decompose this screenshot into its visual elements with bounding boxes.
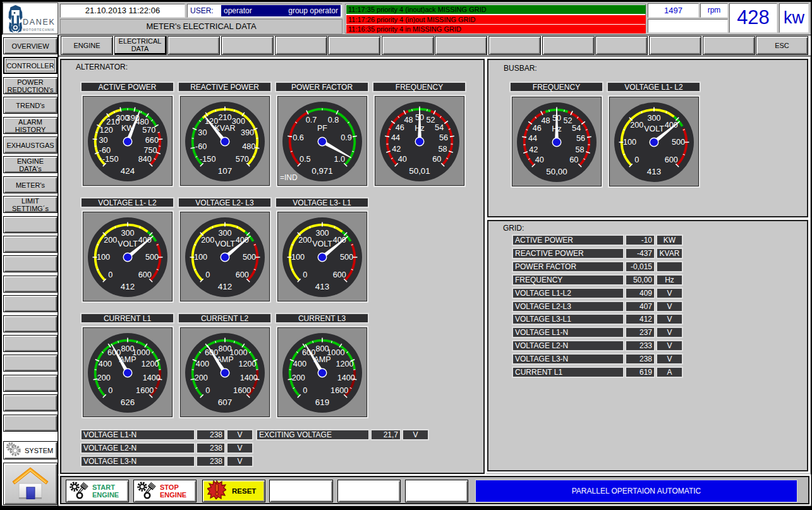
svg-text:0,971: 0,971 [312, 166, 333, 176]
svg-text:50,01: 50,01 [409, 166, 430, 176]
svg-text:626: 626 [121, 398, 135, 407]
svg-text:44: 44 [391, 133, 400, 142]
svg-text:100: 100 [97, 253, 110, 262]
svg-text:0: 0 [303, 386, 307, 395]
svg-text:600: 600 [333, 270, 346, 279]
svg-text:VOLT: VOLT [118, 240, 138, 248]
svg-text:1.0: 1.0 [334, 155, 345, 164]
svg-text:0.9: 0.9 [341, 133, 352, 142]
svg-text:42: 42 [392, 145, 401, 154]
svg-text:1600: 1600 [136, 386, 154, 395]
svg-text:30: 30 [198, 128, 207, 137]
svg-text:1200: 1200 [336, 360, 353, 368]
svg-text:500: 500 [340, 253, 353, 262]
svg-text:100: 100 [623, 138, 636, 147]
svg-text:PF: PF [317, 124, 327, 133]
svg-text:107: 107 [218, 166, 232, 176]
svg-text:413: 413 [315, 282, 329, 291]
svg-text:390: 390 [241, 128, 254, 137]
svg-text:200: 200 [195, 373, 208, 382]
svg-text:0.6: 0.6 [293, 133, 304, 142]
svg-text:42: 42 [529, 145, 538, 154]
svg-text:300: 300 [315, 229, 329, 238]
svg-text:1200: 1200 [141, 360, 159, 368]
svg-text:500: 500 [243, 253, 256, 262]
svg-text:VOLT: VOLT [312, 240, 332, 248]
svg-text:VOLT: VOLT [644, 124, 664, 133]
svg-text:500: 500 [672, 138, 685, 147]
svg-text:0: 0 [108, 270, 112, 279]
svg-text:DANEK: DANEK [23, 18, 56, 27]
svg-text:-150: -150 [200, 155, 215, 164]
svg-text:607: 607 [218, 398, 232, 407]
svg-text:570: 570 [142, 126, 155, 135]
svg-text:40: 40 [535, 155, 544, 164]
svg-text:0: 0 [205, 270, 210, 279]
svg-text:0: 0 [634, 155, 639, 164]
svg-text:52: 52 [563, 116, 572, 125]
svg-text:600: 600 [665, 155, 678, 164]
svg-text:413: 413 [647, 167, 661, 176]
svg-text:200: 200 [298, 236, 312, 245]
svg-text:424: 424 [121, 166, 135, 176]
svg-text:1600: 1600 [233, 386, 251, 395]
svg-text:200: 200 [201, 236, 214, 245]
svg-text:0: 0 [108, 386, 112, 395]
svg-text:44: 44 [528, 134, 537, 143]
svg-text:210: 210 [218, 113, 231, 122]
svg-text:0.8: 0.8 [328, 116, 339, 124]
svg-text:54: 54 [572, 124, 581, 133]
svg-text:480: 480 [242, 142, 255, 151]
svg-text:46: 46 [533, 124, 542, 133]
svg-text:200: 200 [104, 236, 117, 245]
svg-text:400: 400 [293, 360, 306, 368]
svg-text:-60: -60 [99, 146, 111, 155]
svg-text:750: 750 [143, 146, 157, 155]
svg-text:412: 412 [218, 282, 232, 291]
svg-text:MOTORTECHNIK: MOTORTECHNIK [23, 28, 54, 32]
svg-text:0: 0 [205, 386, 210, 395]
svg-text:600: 600 [138, 270, 152, 279]
svg-text:570: 570 [236, 155, 249, 164]
svg-text:600: 600 [236, 270, 249, 279]
svg-text:52: 52 [426, 116, 435, 124]
svg-text:46: 46 [396, 123, 404, 132]
svg-text:56: 56 [576, 134, 585, 143]
svg-text:660: 660 [145, 136, 159, 145]
svg-text:60: 60 [432, 155, 441, 164]
svg-text:400: 400 [99, 360, 112, 368]
svg-text:300: 300 [218, 229, 231, 238]
svg-text:-60: -60 [195, 142, 207, 151]
svg-text:40: 40 [398, 155, 407, 164]
svg-text:30: 30 [99, 136, 108, 145]
svg-text:VOLT: VOLT [215, 240, 235, 248]
svg-text:1400: 1400 [240, 373, 258, 382]
svg-text:=IND: =IND [280, 173, 298, 182]
svg-text:200: 200 [97, 373, 111, 382]
svg-text:619: 619 [315, 398, 329, 407]
svg-text:120: 120 [100, 126, 113, 135]
svg-text:60: 60 [569, 155, 578, 164]
svg-text:200: 200 [630, 121, 643, 130]
svg-text:0.7: 0.7 [306, 116, 317, 124]
svg-text:0.5: 0.5 [300, 155, 311, 164]
svg-text:200: 200 [292, 373, 305, 382]
svg-text:1600: 1600 [330, 386, 348, 395]
svg-text:412: 412 [121, 282, 135, 291]
svg-text:300: 300 [121, 229, 134, 238]
svg-text:1400: 1400 [337, 373, 355, 382]
svg-text:56: 56 [439, 133, 448, 142]
svg-text:300: 300 [647, 114, 660, 123]
svg-text:100: 100 [194, 253, 207, 262]
svg-text:0: 0 [303, 270, 307, 279]
svg-text:400: 400 [196, 360, 209, 368]
svg-text:1200: 1200 [238, 360, 256, 368]
svg-text:48: 48 [404, 116, 413, 124]
svg-text:-150: -150 [102, 155, 118, 164]
svg-text:840: 840 [138, 155, 152, 164]
svg-text:50,00: 50,00 [546, 167, 567, 176]
svg-text:54: 54 [435, 123, 444, 132]
svg-text:500: 500 [145, 253, 159, 262]
svg-text:48: 48 [541, 116, 550, 125]
svg-text:1400: 1400 [143, 373, 161, 382]
